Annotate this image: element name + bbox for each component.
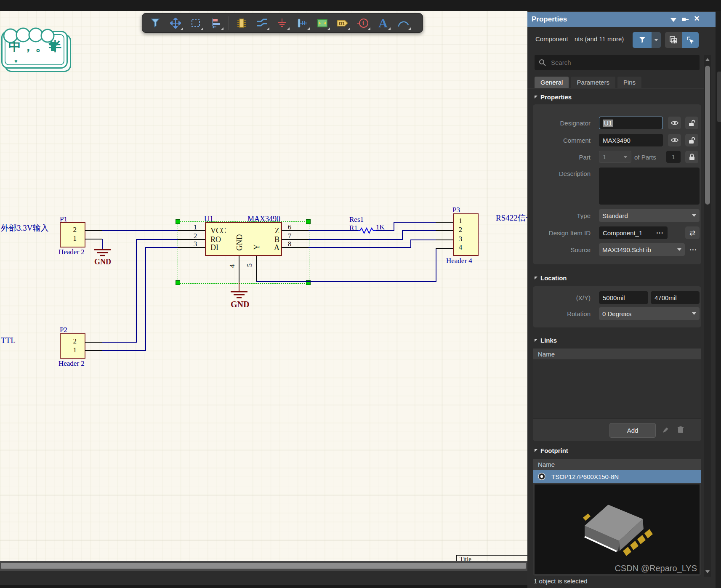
source-dropdown[interactable]: MAX3490.SchLib — [599, 243, 685, 256]
part-lock-button[interactable] — [685, 151, 698, 163]
wire-segment[interactable] — [102, 230, 178, 231]
place-power-port-icon[interactable] — [293, 15, 311, 31]
wire-segment[interactable] — [309, 230, 359, 231]
panel-menu-icon[interactable] — [670, 18, 676, 22]
tab-pins[interactable]: Pins — [617, 77, 641, 88]
panel-scrollbar[interactable] — [704, 55, 711, 577]
selection-handle[interactable] — [306, 219, 311, 224]
x-input[interactable]: 5000mil — [599, 291, 648, 304]
wire-segment[interactable] — [402, 230, 403, 240]
designator-lock-button[interactable] — [685, 117, 698, 129]
place-wire-icon[interactable] — [253, 15, 271, 31]
wire-segment[interactable] — [376, 230, 394, 231]
designator-label: Designator — [527, 120, 591, 127]
p2-pin1-number: 1 — [67, 346, 77, 354]
add-link-button[interactable]: Add — [609, 423, 656, 438]
place-text-string-icon[interactable]: A — [374, 15, 392, 31]
select-area-icon[interactable] — [187, 15, 205, 31]
wire-segment[interactable] — [145, 247, 146, 351]
section-links[interactable]: Links — [535, 337, 557, 344]
browse-icon[interactable]: ••• — [656, 230, 664, 235]
wire-segment[interactable] — [256, 281, 436, 282]
selection-handle[interactable] — [176, 280, 180, 285]
wire-segment[interactable] — [436, 248, 436, 282]
column-header-label: Name — [538, 461, 555, 468]
source-browse-button[interactable]: ••• — [687, 243, 700, 256]
wire-segment[interactable] — [402, 230, 436, 231]
wire-segment[interactable] — [309, 239, 403, 240]
edit-link-icon[interactable] — [662, 427, 669, 433]
resistor-symbol[interactable] — [358, 227, 377, 234]
links-empty-list[interactable] — [533, 360, 701, 418]
r1-name[interactable]: R1 — [349, 224, 358, 232]
p1-pin2-number: 2 — [67, 226, 77, 234]
tab-parameters[interactable]: Parameters — [571, 77, 615, 88]
section-footprint[interactable]: Footprint — [535, 447, 568, 454]
collapse-icon — [535, 339, 537, 342]
designator-input[interactable]: U1 — [599, 117, 663, 129]
wire-segment[interactable] — [394, 222, 436, 223]
rotation-dropdown[interactable]: 0 Degrees — [599, 307, 700, 320]
wire-segment[interactable] — [394, 222, 394, 231]
xy-label: (X/Y) — [527, 294, 591, 301]
place-sheet-symbol-icon[interactable] — [314, 15, 331, 31]
comment-lock-button[interactable] — [685, 134, 698, 146]
select-objects-mode-button[interactable] — [665, 32, 682, 48]
filter-button[interactable] — [633, 32, 652, 48]
footprint-row-selected[interactable]: TSOP127P600X150-8N — [533, 470, 701, 483]
filter-dropdown-button[interactable] — [652, 32, 661, 48]
place-net-label-icon[interactable]: D1 — [334, 15, 351, 31]
scroll-up-icon[interactable] — [705, 58, 710, 61]
design-item-id-input[interactable]: Component_1 ••• — [599, 226, 668, 239]
section-properties[interactable]: Properties — [535, 93, 572, 101]
designator-visibility-button[interactable] — [668, 117, 681, 129]
horizontal-scrollbar[interactable] — [0, 561, 527, 571]
pin-panel-icon[interactable] — [681, 16, 689, 23]
comment-visibility-button[interactable] — [668, 134, 681, 146]
place-gnd-icon[interactable] — [273, 15, 291, 31]
part-value: 1 — [603, 153, 606, 160]
panel-scrollbar-thumb[interactable] — [705, 66, 710, 205]
horizontal-scrollbar-thumb[interactable] — [1, 563, 526, 569]
filter-icon[interactable] — [146, 15, 164, 31]
panel-title: Properties — [532, 15, 567, 24]
source-value: MAX3490.SchLib — [602, 246, 651, 253]
align-icon[interactable] — [207, 15, 225, 31]
wire-segment[interactable] — [145, 247, 178, 248]
r1-designator[interactable]: Res1 — [349, 216, 364, 224]
place-directive-icon[interactable]: i — [354, 15, 372, 31]
cursor-select-mode-button[interactable] — [682, 32, 699, 48]
wire-segment[interactable] — [136, 239, 178, 240]
place-part-icon[interactable] — [233, 15, 250, 31]
panel-title-bar[interactable]: Properties × — [527, 12, 716, 27]
search-input[interactable] — [550, 59, 695, 67]
wire-segment[interactable] — [410, 239, 436, 240]
description-textarea[interactable] — [599, 168, 700, 205]
wire-segment[interactable] — [410, 239, 411, 248]
wire-segment[interactable] — [309, 247, 411, 248]
selection-scope-link[interactable]: nts (and 11 more) — [575, 35, 629, 43]
swap-component-button[interactable]: ⇄ — [685, 226, 700, 239]
close-panel-icon[interactable]: × — [694, 13, 700, 24]
type-dropdown[interactable]: Standard — [599, 209, 700, 222]
wire-segment[interactable] — [102, 342, 137, 343]
comment-input[interactable]: MAX3490 — [599, 134, 663, 146]
selection-handle[interactable] — [176, 219, 180, 224]
y-input[interactable]: 4700mil — [651, 291, 700, 304]
wire-segment[interactable] — [102, 350, 146, 351]
footprint-3d-preview[interactable]: CSDN @Reparo_LYS — [535, 484, 700, 574]
p2-component[interactable] — [60, 333, 85, 359]
section-location[interactable]: Location — [535, 274, 567, 282]
move-icon[interactable] — [167, 15, 184, 31]
schematic-canvas[interactable]: P1 2 1 Header 2 外部3.3V输入 GND U1 MAX34 — [0, 11, 527, 561]
dock-tab[interactable] — [717, 72, 721, 122]
wire-segment[interactable] — [136, 239, 137, 343]
scroll-down-icon[interactable] — [705, 570, 710, 573]
p3-designator[interactable]: P3 — [452, 206, 460, 214]
delete-link-icon[interactable] — [678, 426, 684, 433]
wire-segment[interactable] — [102, 239, 103, 249]
tab-general[interactable]: General — [535, 77, 569, 88]
p2-designator[interactable]: P2 — [60, 326, 67, 334]
place-arc-icon[interactable] — [394, 15, 412, 31]
part-dropdown[interactable]: 1 — [599, 151, 631, 163]
